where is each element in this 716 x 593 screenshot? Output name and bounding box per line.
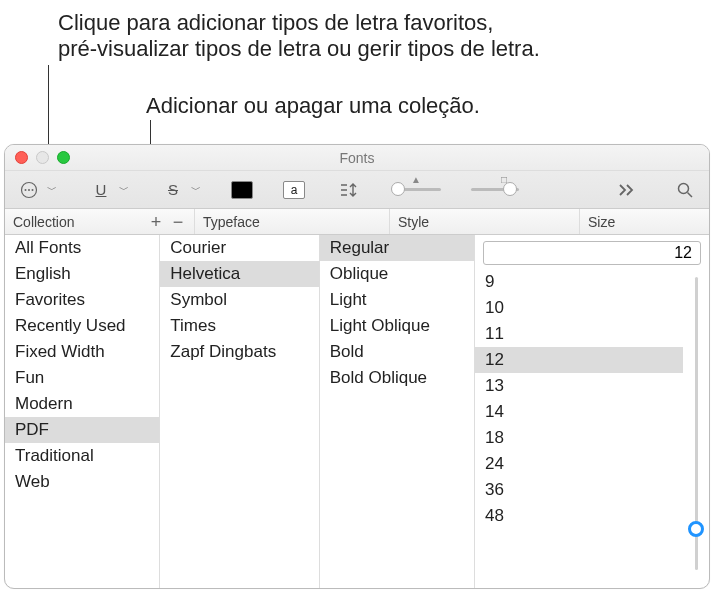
svg-point-4	[679, 183, 689, 193]
underline-icon: U	[87, 179, 115, 201]
list-item[interactable]: 9	[475, 269, 683, 295]
list-item[interactable]: 14	[475, 399, 683, 425]
list-item[interactable]: Modern	[5, 391, 159, 417]
list-item[interactable]: 10	[475, 295, 683, 321]
list-item[interactable]: Fun	[5, 365, 159, 391]
list-item[interactable]: 11	[475, 321, 683, 347]
list-item[interactable]: All Fonts	[5, 235, 159, 261]
more-tools-button[interactable]	[613, 179, 641, 201]
titlebar: Fonts	[5, 145, 709, 171]
window-title: Fonts	[339, 150, 374, 166]
list-item[interactable]: Regular	[320, 235, 474, 261]
header-collection: Collection	[13, 214, 74, 230]
text-color-swatch[interactable]	[231, 181, 253, 199]
list-item[interactable]: Times	[160, 313, 318, 339]
triangle-up-icon: ▲	[411, 174, 421, 185]
list-item[interactable]: Light Oblique	[320, 313, 474, 339]
list-item[interactable]: 18	[475, 425, 683, 451]
typefaces-list[interactable]: CourierHelveticaSymbolTimesZapf Dingbats	[160, 235, 319, 588]
document-color-label: a	[291, 183, 298, 197]
header-style: Style	[398, 214, 429, 230]
header-typeface: Typeface	[203, 214, 260, 230]
add-collection-button[interactable]: +	[148, 213, 164, 231]
search-button[interactable]	[671, 179, 699, 201]
slider-thumb[interactable]	[688, 521, 704, 537]
underline-menu[interactable]: U ﹀	[87, 179, 129, 201]
callout-text-1a: Clique para adicionar tipos de letra fav…	[58, 10, 540, 36]
toolbar: ﹀ U ﹀ S ﹀ a ▲	[5, 171, 709, 209]
svg-point-2	[28, 189, 30, 191]
search-icon	[676, 181, 694, 199]
list-item[interactable]: English	[5, 261, 159, 287]
size-slider[interactable]	[683, 269, 709, 588]
size-list[interactable]: 9101112131418243648	[475, 269, 683, 588]
list-item[interactable]: Recently Used	[5, 313, 159, 339]
list-item[interactable]: Bold Oblique	[320, 365, 474, 391]
list-item[interactable]: 24	[475, 451, 683, 477]
list-item[interactable]: 12	[475, 347, 683, 373]
shadow-blur-slider[interactable]: □	[471, 188, 519, 191]
shadow-opacity-slider[interactable]: ▲	[393, 188, 441, 191]
svg-point-3	[32, 189, 34, 191]
document-color-swatch[interactable]: a	[283, 181, 305, 199]
list-item[interactable]: Zapf Dingbats	[160, 339, 318, 365]
callout-text-2: Adicionar ou apagar uma coleção.	[146, 93, 480, 119]
list-item[interactable]: Helvetica	[160, 261, 318, 287]
svg-point-1	[25, 189, 27, 191]
list-item[interactable]: Web	[5, 469, 159, 495]
spacing-icon[interactable]	[335, 179, 363, 201]
list-item[interactable]: Symbol	[160, 287, 318, 313]
window-close-button[interactable]	[15, 151, 28, 164]
list-item[interactable]: Bold	[320, 339, 474, 365]
fonts-window: Fonts ﹀ U ﹀ S ﹀ a	[4, 144, 710, 589]
list-item[interactable]: 48	[475, 503, 683, 529]
list-item[interactable]: Courier	[160, 235, 318, 261]
list-item[interactable]: Oblique	[320, 261, 474, 287]
collections-list[interactable]: All FontsEnglishFavoritesRecently UsedFi…	[5, 235, 160, 588]
size-input[interactable]	[483, 241, 701, 265]
list-item[interactable]: PDF	[5, 417, 159, 443]
list-item[interactable]: Traditional	[5, 443, 159, 469]
list-item[interactable]: Light	[320, 287, 474, 313]
ellipsis-circle-icon	[15, 179, 43, 201]
chevron-down-icon: ﹀	[47, 183, 57, 197]
svg-line-5	[688, 192, 693, 197]
callout-text-1b: pré-visualizar tipos de letra ou gerir t…	[58, 36, 540, 62]
more-menu[interactable]: ﹀	[15, 179, 57, 201]
column-headers: Collection + − Typeface Style Size	[5, 209, 709, 235]
styles-list[interactable]: RegularObliqueLightLight ObliqueBoldBold…	[320, 235, 475, 588]
list-item[interactable]: Favorites	[5, 287, 159, 313]
window-zoom-button[interactable]	[57, 151, 70, 164]
remove-collection-button[interactable]: −	[170, 213, 186, 231]
chevrons-right-icon	[618, 183, 636, 197]
window-minimize-button[interactable]	[36, 151, 49, 164]
strikethrough-icon: S	[159, 179, 187, 201]
chevron-down-icon: ﹀	[119, 183, 129, 197]
header-size: Size	[588, 214, 615, 230]
list-item[interactable]: 36	[475, 477, 683, 503]
list-item[interactable]: Fixed Width	[5, 339, 159, 365]
chevron-down-icon: ﹀	[191, 183, 201, 197]
list-item[interactable]: 13	[475, 373, 683, 399]
strikethrough-menu[interactable]: S ﹀	[159, 179, 201, 201]
